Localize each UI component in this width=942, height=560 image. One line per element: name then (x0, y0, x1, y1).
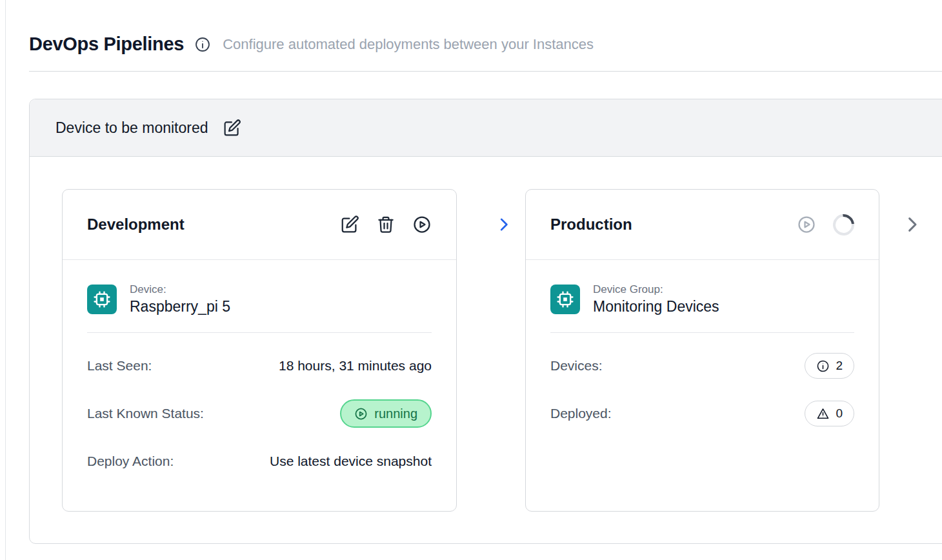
development-actions (340, 215, 432, 234)
chevron-right-icon (903, 215, 922, 234)
device-summary-text: Device: Raspberry_pi 5 (130, 283, 230, 315)
device-label: Device: (130, 283, 230, 296)
deploy-action-label: Deploy Action: (87, 454, 174, 469)
development-title: Development (87, 215, 185, 234)
production-stage-card: Production (525, 189, 879, 512)
production-title: Production (550, 215, 632, 234)
devices-label: Devices: (550, 358, 603, 374)
pipeline-panel: Device to be monitored Development (29, 99, 942, 544)
last-seen-row: Last Seen: 18 hours, 31 minutes ago (87, 351, 432, 381)
deployed-count: 0 (836, 406, 843, 421)
pipeline-stages: Development (30, 157, 942, 512)
device-name: Raspberry_pi 5 (130, 298, 230, 315)
left-edge-divider (5, 0, 6, 560)
cpu-chip-icon (550, 285, 580, 314)
pencil-square-icon (223, 119, 241, 137)
page-title: DevOps Pipelines (29, 34, 184, 55)
run-stage-button[interactable] (412, 215, 432, 234)
status-badge: running (340, 399, 432, 428)
production-actions (797, 214, 854, 235)
page-header: DevOps Pipelines Configure automated dep… (0, 0, 942, 55)
deployed-row: Deployed: 0 (550, 399, 854, 428)
card-divider (87, 332, 432, 333)
deploy-action-row: Deploy Action: Use latest device snapsho… (87, 446, 432, 476)
production-card-header: Production (526, 190, 879, 260)
device-group-summary-text: Device Group: Monitoring Devices (593, 283, 719, 315)
play-circle-icon (412, 215, 432, 234)
development-card-body: Device: Raspberry_pi 5 Last Seen: 18 hou… (63, 260, 456, 476)
device-group-name: Monitoring Devices (593, 298, 719, 315)
deployed-label: Deployed: (550, 406, 612, 421)
development-card-header: Development (63, 190, 456, 260)
info-circle-icon (816, 359, 830, 373)
edit-pipeline-button[interactable] (223, 119, 241, 137)
header-divider (29, 71, 942, 72)
device-group-summary: Device Group: Monitoring Devices (550, 283, 854, 315)
status-badge-label: running (374, 406, 417, 421)
cpu-chip-icon (87, 285, 117, 314)
edit-stage-button[interactable] (340, 215, 359, 234)
next-stage-chevron[interactable] (903, 215, 922, 234)
trash-icon (376, 215, 396, 234)
development-stage-card: Development (62, 189, 457, 512)
devices-row: Devices: 2 (550, 351, 854, 381)
devices-count: 2 (836, 359, 843, 373)
pencil-square-icon (340, 215, 359, 234)
device-summary: Device: Raspberry_pi 5 (87, 283, 432, 315)
panel-title: Device to be monitored (55, 119, 208, 137)
last-known-status-label: Last Known Status: (87, 406, 204, 421)
pipeline-flow-chevron-icon (496, 216, 512, 233)
play-circle-icon (797, 215, 816, 234)
devices-count-pill[interactable]: 2 (805, 353, 854, 379)
warning-triangle-icon (816, 407, 830, 421)
production-card-body: Device Group: Monitoring Devices Devices… (526, 260, 879, 428)
delete-stage-button[interactable] (376, 215, 396, 234)
last-seen-label: Last Seen: (87, 358, 152, 374)
run-stage-button[interactable] (797, 215, 816, 234)
page-info-icon[interactable] (194, 36, 211, 53)
deploy-action-value: Use latest device snapshot (270, 454, 432, 469)
card-divider (550, 332, 854, 333)
page-subtitle: Configure automated deployments between … (223, 36, 594, 53)
last-seen-value: 18 hours, 31 minutes ago (279, 358, 432, 374)
last-known-status-row: Last Known Status: running (87, 399, 432, 428)
deployed-count-pill[interactable]: 0 (805, 401, 854, 426)
pipeline-panel-header: Device to be monitored (30, 99, 942, 157)
loading-spinner-icon (828, 210, 858, 239)
play-circle-icon (354, 407, 368, 421)
device-group-label: Device Group: (593, 283, 719, 296)
